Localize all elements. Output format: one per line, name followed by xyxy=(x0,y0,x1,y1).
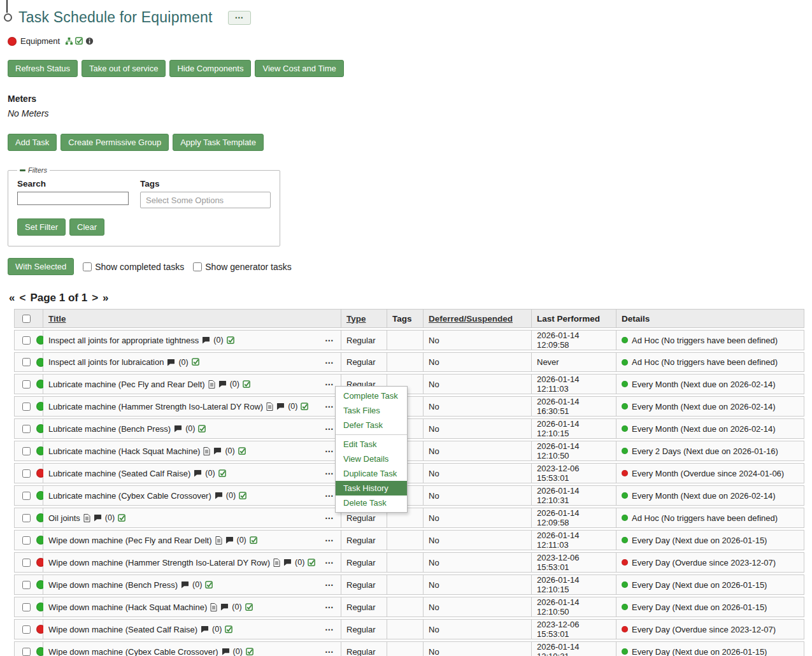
row-actions-button[interactable]: ⋯ xyxy=(325,513,334,523)
row-checkbox[interactable] xyxy=(22,469,31,478)
task-details-text: Every Day (Next due on 2026-01-15) xyxy=(632,536,767,545)
row-actions-button[interactable]: ⋯ xyxy=(325,335,334,345)
task-files-menu-item[interactable]: Task Files xyxy=(336,403,407,418)
row-actions-button[interactable]: ⋯ xyxy=(325,646,334,656)
select-all-checkbox[interactable] xyxy=(22,315,31,323)
check-square-icon[interactable] xyxy=(239,492,247,500)
pagination-first[interactable]: « xyxy=(9,292,15,304)
asset-action-buttons: Refresh StatusTake out of serviceHide Co… xyxy=(8,60,804,77)
check-square-icon[interactable] xyxy=(250,536,258,545)
hide-components-button[interactable]: Hide Components xyxy=(169,60,251,77)
row-checkbox[interactable] xyxy=(22,492,31,500)
task-title-link[interactable]: Wipe down machine (Pec Fly and Rear Delt… xyxy=(48,536,212,545)
task-title-link[interactable]: Oil joints xyxy=(48,513,80,523)
with-selected-button[interactable]: With Selected xyxy=(8,258,74,275)
task-title-link[interactable]: Lubricate machine (Seated Calf Raise) xyxy=(48,469,190,478)
row-checkbox[interactable] xyxy=(22,447,31,455)
check-square-icon[interactable] xyxy=(243,380,251,389)
row-actions-button[interactable]: ⋯ xyxy=(325,446,334,456)
show-generator-checkbox[interactable] xyxy=(193,262,202,271)
check-square-icon[interactable] xyxy=(218,469,227,478)
row-checkbox[interactable] xyxy=(22,380,31,389)
check-square-icon[interactable] xyxy=(301,403,309,411)
row-actions-button[interactable]: ⋯ xyxy=(325,424,334,434)
check-square-icon[interactable] xyxy=(245,603,253,611)
tags-input[interactable] xyxy=(140,192,271,208)
pagination-next[interactable]: > xyxy=(92,292,98,304)
title-header-label[interactable]: Title xyxy=(48,314,66,324)
add-task-button[interactable]: Add Task xyxy=(8,134,57,151)
row-checkbox[interactable] xyxy=(22,536,31,545)
duplicate-task-menu-item[interactable]: Duplicate Task xyxy=(336,466,407,481)
row-actions-button[interactable]: ⋯ xyxy=(325,557,334,567)
row-actions-button[interactable]: ⋯ xyxy=(325,580,334,590)
row-checkbox[interactable] xyxy=(22,603,31,611)
row-actions-button[interactable]: ⋯ xyxy=(325,468,334,478)
row-actions-button[interactable]: ⋯ xyxy=(325,490,334,501)
task-title-link[interactable]: Lubricate machine (Cybex Cable Crossover… xyxy=(48,491,211,501)
task-title-link[interactable]: Inspect all joints for lubraication xyxy=(48,357,164,367)
check-square-icon[interactable] xyxy=(225,625,233,634)
apply-task-template-button[interactable]: Apply Task Template xyxy=(173,134,264,151)
task-title-link[interactable]: Lubricate machine (Hammer Strength Iso-L… xyxy=(48,402,263,411)
task-history-menu-item[interactable]: Task History xyxy=(336,481,407,496)
create-permissive-group-button[interactable]: Create Permissive Group xyxy=(61,134,169,151)
complete-task-menu-item[interactable]: Complete Task xyxy=(336,389,407,403)
collapse-icon[interactable] xyxy=(20,169,25,171)
task-deferred: No xyxy=(424,597,532,617)
type-header-label[interactable]: Type xyxy=(346,314,366,324)
row-checkbox[interactable] xyxy=(22,648,31,656)
row-actions-button[interactable]: ⋯ xyxy=(325,535,334,545)
page-actions-button[interactable]: ⋯ xyxy=(228,11,251,25)
task-title-link[interactable]: Lubricate machine (Bench Press) xyxy=(48,424,171,434)
task-title-link[interactable]: Wipe down machine (Bench Press) xyxy=(48,580,178,590)
row-actions-button[interactable]: ⋯ xyxy=(325,379,334,389)
row-actions-button[interactable]: ⋯ xyxy=(325,602,334,612)
row-checkbox[interactable] xyxy=(22,514,31,522)
checklist-icon[interactable] xyxy=(75,37,83,45)
delete-task-menu-item[interactable]: Delete Task xyxy=(336,496,407,510)
file-icon xyxy=(215,536,222,545)
task-title-link[interactable]: Wipe down machine (Cybex Cable Crossover… xyxy=(48,647,218,656)
check-square-icon[interactable] xyxy=(246,648,254,656)
comment-count: (0) xyxy=(225,446,234,455)
deferred-suspended-header-label[interactable]: Deferred/Suspended xyxy=(429,314,513,324)
row-actions-button[interactable]: ⋯ xyxy=(325,624,334,634)
task-title-link[interactable]: Wipe down machine (Hack Squat Machine) xyxy=(48,603,207,612)
row-checkbox[interactable] xyxy=(22,425,31,433)
task-title-link[interactable]: Inspect all joints for appropriate tight… xyxy=(48,336,199,345)
take-out-of-service-button[interactable]: Take out of service xyxy=(82,60,166,77)
check-square-icon[interactable] xyxy=(192,358,200,366)
row-actions-button[interactable]: ⋯ xyxy=(325,401,334,411)
set-filter-button[interactable]: Set Filter xyxy=(17,218,66,236)
check-square-icon[interactable] xyxy=(118,514,126,522)
refresh-status-button[interactable]: Refresh Status xyxy=(8,60,78,77)
row-checkbox[interactable] xyxy=(22,336,31,345)
task-title-link[interactable]: Wipe down machine (Hammer Strength Iso-L… xyxy=(48,558,270,567)
check-square-icon[interactable] xyxy=(205,581,213,589)
view-cost-and-time-button[interactable]: View Cost and Time xyxy=(255,60,343,77)
row-actions-button[interactable]: ⋯ xyxy=(325,357,334,367)
info-icon[interactable] xyxy=(85,37,94,45)
check-square-icon[interactable] xyxy=(198,425,206,433)
pagination-last[interactable]: » xyxy=(103,292,108,304)
row-checkbox[interactable] xyxy=(22,581,31,589)
view-details-menu-item[interactable]: View Details xyxy=(336,452,407,466)
check-square-icon[interactable] xyxy=(308,559,316,567)
row-checkbox[interactable] xyxy=(22,625,31,634)
edit-task-menu-item[interactable]: Edit Task xyxy=(336,437,407,452)
task-title-link[interactable]: Lubricate machine (Pec Fly and Rear Delt… xyxy=(48,380,205,389)
check-square-icon[interactable] xyxy=(227,336,235,345)
row-checkbox[interactable] xyxy=(22,358,31,366)
asset-hierarchy-icon[interactable] xyxy=(65,37,73,45)
defer-task-menu-item[interactable]: Defer Task xyxy=(336,418,407,432)
pagination-prev[interactable]: < xyxy=(19,292,25,304)
check-square-icon[interactable] xyxy=(238,447,246,455)
task-title-link[interactable]: Lubricate machine (Hack Squat Machine) xyxy=(48,446,200,456)
search-input[interactable] xyxy=(17,192,129,205)
task-title-link[interactable]: Wipe down machine (Seated Calf Raise) xyxy=(48,625,197,634)
row-checkbox[interactable] xyxy=(22,559,31,567)
show-completed-checkbox[interactable] xyxy=(83,262,92,271)
row-checkbox[interactable] xyxy=(22,403,31,411)
clear-button[interactable]: Clear xyxy=(69,218,104,236)
